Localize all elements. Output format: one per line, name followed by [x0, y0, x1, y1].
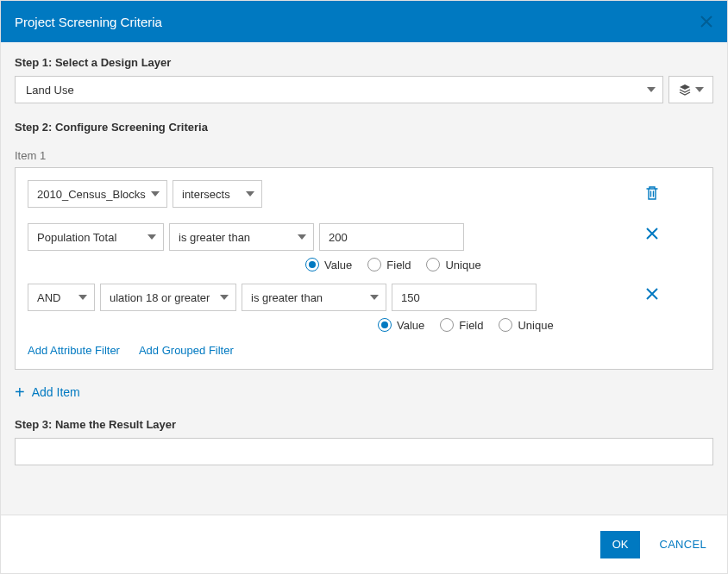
radio-icon: [499, 318, 512, 332]
step3-block: Step 3: Name the Result Layer: [15, 418, 713, 465]
radio-icon: [440, 318, 454, 332]
radio-label: Field: [386, 259, 411, 271]
radio-icon: [378, 318, 392, 332]
dialog-footer: OK CANCEL: [1, 515, 727, 573]
close-icon[interactable]: [700, 15, 713, 28]
caret-down-icon: [147, 234, 156, 240]
delete-item-icon[interactable]: [645, 185, 659, 201]
step2-label: Step 2: Configure Screening Criteria: [15, 121, 713, 134]
cancel-button[interactable]: CANCEL: [659, 538, 706, 551]
filter1-operator-select[interactable]: is greater than: [169, 223, 314, 251]
dialog-title: Project Screening Criteria: [15, 15, 162, 29]
step1-label: Step 1: Select a Design Layer: [15, 56, 713, 69]
item1-label: Item 1: [15, 149, 713, 162]
filter1-field-radio[interactable]: Field: [367, 258, 411, 271]
radio-label: Unique: [445, 259, 480, 271]
caret-down-icon: [246, 191, 254, 197]
add-grouped-filter-link[interactable]: Add Grouped Filter: [139, 344, 234, 357]
radio-label: Unique: [518, 319, 553, 332]
filter2-unique-radio[interactable]: Unique: [499, 318, 553, 332]
add-item-button[interactable]: + Add Item: [15, 385, 713, 399]
radio-icon: [367, 258, 381, 271]
dialog-body: Step 1: Select a Design Layer Land Use: [1, 42, 727, 515]
filter2-value-radio[interactable]: Value: [378, 318, 424, 332]
filter2-field-radio[interactable]: Field: [440, 318, 483, 332]
conjunction-select[interactable]: AND: [28, 284, 95, 311]
caret-down-icon: [298, 234, 306, 240]
radio-label: Value: [324, 259, 352, 271]
layers-icon: [678, 83, 692, 97]
conjunction-value: AND: [37, 291, 60, 304]
filter1-unique-radio[interactable]: Unique: [426, 258, 480, 271]
criteria-item-1: 2010_Census_Blocks intersects Population…: [15, 167, 713, 370]
filter1-value-radio[interactable]: Value: [305, 258, 352, 271]
radio-label: Value: [397, 319, 424, 332]
radio-label: Field: [459, 319, 483, 332]
filter1-value-input[interactable]: [319, 223, 464, 251]
project-screening-dialog: Project Screening Criteria Step 1: Selec…: [0, 0, 728, 574]
caret-down-icon: [370, 295, 379, 300]
layer-visibility-button[interactable]: [668, 76, 713, 103]
dialog-header: Project Screening Criteria: [1, 1, 727, 42]
design-layer-value: Land Use: [26, 84, 74, 97]
filter2-value-input[interactable]: [392, 284, 537, 311]
spatial-operator-select[interactable]: intersects: [173, 180, 262, 208]
add-item-label: Add Item: [32, 385, 80, 399]
step3-label: Step 3: Name the Result Layer: [15, 418, 713, 431]
caret-down-icon: [220, 295, 229, 300]
remove-filter1-icon[interactable]: [645, 227, 659, 240]
caret-down-icon: [78, 295, 87, 300]
design-layer-select[interactable]: Land Use: [15, 76, 663, 103]
caret-down-icon: [151, 191, 160, 197]
caret-down-icon: [695, 87, 704, 92]
filter1-field-select[interactable]: Population Total: [28, 223, 164, 251]
step1-block: Step 1: Select a Design Layer Land Use: [15, 56, 713, 103]
caret-down-icon: [647, 87, 656, 92]
filter2-operator-select[interactable]: is greater than: [242, 284, 386, 311]
source-layer-value: 2010_Census_Blocks: [37, 188, 146, 201]
filter1-field-value: Population Total: [37, 231, 116, 244]
filter1-op-value: is greater than: [179, 231, 250, 244]
radio-icon: [305, 258, 319, 271]
add-attribute-filter-link[interactable]: Add Attribute Filter: [28, 344, 120, 357]
radio-icon: [426, 258, 440, 271]
ok-button[interactable]: OK: [600, 531, 641, 558]
spatial-operator-value: intersects: [182, 188, 230, 201]
filter2-op-value: is greater than: [251, 291, 323, 304]
filter2-field-select[interactable]: ulation 18 or greater: [100, 284, 236, 311]
filter2-field-value: ulation 18 or greater: [110, 291, 210, 304]
source-layer-select[interactable]: 2010_Census_Blocks: [28, 180, 167, 208]
remove-filter2-icon[interactable]: [645, 287, 659, 301]
step2-block: Step 2: Configure Screening Criteria Ite…: [15, 121, 713, 399]
result-layer-name-input[interactable]: [15, 438, 713, 465]
